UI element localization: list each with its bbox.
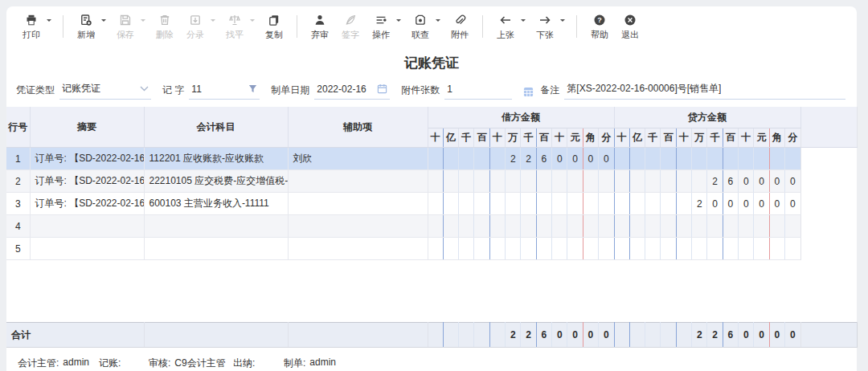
credit-digit-cell[interactable] bbox=[676, 193, 691, 215]
credit-digit-cell[interactable]: 0 bbox=[739, 170, 754, 193]
credit-digit-cell[interactable] bbox=[661, 238, 676, 260]
toolbar-button-new[interactable]: 新增 bbox=[73, 13, 99, 41]
debit-digit-cell[interactable] bbox=[521, 170, 536, 193]
voucher-type-select[interactable]: 记账凭证 bbox=[59, 81, 151, 100]
debit-digit-cell[interactable] bbox=[443, 215, 458, 238]
toolbar-button-print[interactable]: 打印 bbox=[18, 13, 44, 41]
summary-cell[interactable] bbox=[30, 215, 144, 238]
debit-digit-cell[interactable] bbox=[474, 170, 489, 193]
credit-digit-cell[interactable] bbox=[769, 148, 784, 170]
debit-digit-cell[interactable] bbox=[428, 238, 443, 260]
voucher-row[interactable]: 4 bbox=[6, 215, 857, 238]
credit-digit-cell[interactable] bbox=[614, 193, 629, 215]
credit-digit-cell[interactable] bbox=[707, 238, 723, 260]
credit-digit-cell[interactable] bbox=[723, 215, 738, 238]
debit-digit-cell[interactable] bbox=[599, 238, 614, 260]
summary-cell[interactable]: 订单号: 【SD-2022-02-16-00003... bbox=[30, 170, 144, 193]
debit-digit-cell[interactable] bbox=[459, 193, 474, 215]
debit-digit-cell[interactable] bbox=[599, 193, 614, 215]
toolbar-button-unapprove[interactable]: 弃审 bbox=[307, 13, 333, 41]
debit-digit-cell[interactable] bbox=[428, 170, 443, 193]
account-cell[interactable] bbox=[144, 215, 288, 238]
debit-digit-cell[interactable] bbox=[459, 215, 474, 238]
debit-digit-cell[interactable] bbox=[443, 238, 458, 260]
debit-digit-cell[interactable] bbox=[474, 215, 489, 238]
credit-digit-cell[interactable] bbox=[754, 148, 769, 170]
credit-digit-cell[interactable]: 2 bbox=[707, 170, 723, 193]
aux-cell[interactable] bbox=[288, 238, 428, 260]
calculator-icon[interactable] bbox=[523, 87, 534, 97]
debit-digit-cell[interactable] bbox=[443, 193, 458, 215]
row-no-cell[interactable]: 1 bbox=[6, 148, 30, 170]
credit-digit-cell[interactable]: 0 bbox=[739, 193, 754, 215]
operate-dropdown-caret-icon[interactable] bbox=[396, 19, 401, 24]
credit-digit-cell[interactable] bbox=[785, 215, 800, 238]
credit-digit-cell[interactable] bbox=[707, 215, 723, 238]
debit-digit-cell[interactable] bbox=[536, 238, 551, 260]
remark-input[interactable]: 第[XS-2022-02-16-00006]号[销售单] bbox=[564, 81, 845, 100]
toolbar-button-attachment[interactable]: 附件 bbox=[447, 13, 473, 41]
row-no-cell[interactable]: 3 bbox=[6, 193, 30, 215]
debit-digit-cell[interactable] bbox=[567, 170, 583, 193]
row-no-cell[interactable]: 5 bbox=[6, 238, 30, 260]
balance-dropdown-caret-icon[interactable] bbox=[250, 19, 255, 24]
credit-digit-cell[interactable] bbox=[629, 170, 645, 193]
credit-digit-cell[interactable] bbox=[723, 238, 738, 260]
debit-digit-cell[interactable] bbox=[443, 148, 458, 170]
voucher-row[interactable]: 3订单号: 【SD-2022-02-16-00003...600103 主营业务… bbox=[6, 193, 857, 215]
account-cell[interactable]: 112201 应收账款-应收账款 bbox=[144, 148, 288, 170]
debit-digit-cell[interactable] bbox=[567, 238, 583, 260]
debit-digit-cell[interactable] bbox=[489, 215, 505, 238]
credit-digit-cell[interactable] bbox=[661, 148, 676, 170]
debit-digit-cell[interactable] bbox=[489, 170, 505, 193]
toolbar-button-prev[interactable]: 上张 bbox=[493, 13, 518, 41]
credit-digit-cell[interactable] bbox=[661, 193, 676, 215]
aux-cell[interactable]: 刘欣 bbox=[288, 148, 428, 170]
summary-cell[interactable]: 订单号: 【SD-2022-02-16-00003... bbox=[30, 148, 144, 170]
debit-digit-cell[interactable] bbox=[583, 215, 598, 238]
debit-digit-cell[interactable] bbox=[506, 215, 521, 238]
credit-digit-cell[interactable] bbox=[645, 238, 661, 260]
credit-digit-cell[interactable] bbox=[769, 238, 784, 260]
debit-digit-cell[interactable] bbox=[567, 193, 583, 215]
debit-digit-cell[interactable]: 2 bbox=[506, 148, 521, 170]
debit-digit-cell[interactable] bbox=[506, 238, 521, 260]
save-dropdown-caret-icon[interactable] bbox=[141, 19, 145, 24]
debit-digit-cell[interactable] bbox=[428, 193, 443, 215]
credit-digit-cell[interactable] bbox=[629, 148, 645, 170]
new-dropdown-caret-icon[interactable] bbox=[101, 19, 106, 24]
debit-digit-cell[interactable]: 2 bbox=[521, 148, 536, 170]
credit-digit-cell[interactable] bbox=[769, 215, 784, 238]
debit-digit-cell[interactable] bbox=[428, 148, 443, 170]
debit-digit-cell[interactable] bbox=[474, 238, 489, 260]
credit-digit-cell[interactable] bbox=[785, 238, 800, 260]
debit-digit-cell[interactable] bbox=[552, 238, 567, 260]
voucher-row[interactable]: 2订单号: 【SD-2022-02-16-00003...22210105 应交… bbox=[6, 170, 857, 193]
debit-digit-cell[interactable] bbox=[474, 148, 489, 170]
debit-digit-cell[interactable]: 0 bbox=[567, 148, 583, 170]
debit-digit-cell[interactable] bbox=[536, 170, 551, 193]
debit-digit-cell[interactable] bbox=[459, 238, 474, 260]
credit-digit-cell[interactable] bbox=[645, 193, 661, 215]
debit-digit-cell[interactable] bbox=[489, 238, 505, 260]
toolbar-button-copy[interactable]: 复制 bbox=[261, 13, 287, 41]
toolbar-button-exit[interactable]: 退出 bbox=[617, 13, 643, 41]
credit-digit-cell[interactable] bbox=[739, 215, 754, 238]
credit-digit-cell[interactable]: 0 bbox=[754, 170, 769, 193]
voucher-word-input[interactable]: 11 bbox=[189, 81, 260, 100]
credit-digit-cell[interactable] bbox=[754, 238, 769, 260]
credit-digit-cell[interactable]: 0 bbox=[769, 170, 784, 193]
prev-dropdown-caret-icon[interactable] bbox=[521, 19, 526, 24]
credit-digit-cell[interactable]: 0 bbox=[754, 193, 769, 215]
aux-cell[interactable] bbox=[288, 170, 428, 193]
credit-digit-cell[interactable] bbox=[676, 170, 691, 193]
summary-cell[interactable] bbox=[30, 238, 144, 260]
toolbar-button-delete[interactable]: 删除 bbox=[152, 13, 178, 41]
debit-digit-cell[interactable] bbox=[506, 170, 521, 193]
credit-digit-cell[interactable] bbox=[676, 148, 691, 170]
credit-digit-cell[interactable] bbox=[614, 148, 629, 170]
calendar-icon[interactable] bbox=[377, 84, 387, 94]
account-cell[interactable]: 22210105 应交税费-应交增值税-销项税款 bbox=[144, 170, 288, 193]
toolbar-button-next[interactable]: 下张 bbox=[532, 13, 558, 41]
summary-cell[interactable]: 订单号: 【SD-2022-02-16-00003... bbox=[30, 193, 144, 215]
